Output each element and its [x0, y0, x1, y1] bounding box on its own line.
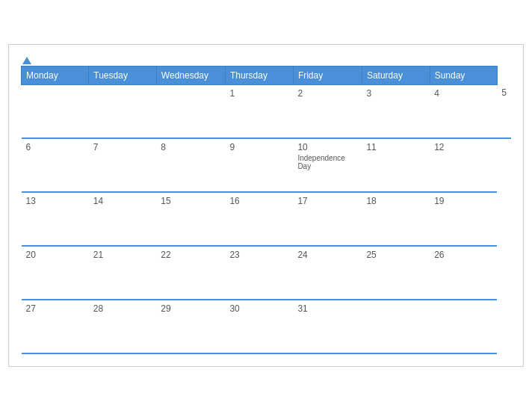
- day-number: 24: [297, 250, 357, 260]
- day-cell: 12: [430, 138, 497, 192]
- logo: [21, 57, 31, 64]
- day-cell: [362, 300, 430, 353]
- day-cell: 20: [22, 246, 89, 300]
- day-cell: 24: [293, 246, 362, 300]
- day-number: 1: [229, 88, 288, 99]
- day-header-saturday: Saturday: [362, 66, 430, 84]
- day-number: 11: [366, 142, 425, 152]
- day-number: 29: [161, 303, 220, 314]
- week-row-2: 678910Independence Day1112: [22, 138, 512, 192]
- week-row-5: 2728293031: [22, 300, 512, 353]
- event-label: Independence Day: [297, 154, 357, 170]
- calendar-table: MondayTuesdayWednesdayThursdayFridaySatu…: [21, 66, 511, 355]
- day-cell: 25: [362, 246, 430, 300]
- day-cell: 8: [156, 138, 225, 192]
- day-cell: 23: [225, 246, 293, 300]
- day-number: 13: [26, 196, 84, 206]
- day-number: 25: [366, 250, 425, 260]
- day-cell: 28: [89, 300, 157, 353]
- logo-triangle-icon: [22, 57, 31, 64]
- day-number: 5: [501, 87, 507, 98]
- day-cell: 11: [362, 138, 430, 192]
- day-number: 2: [297, 88, 357, 99]
- day-number: 28: [93, 303, 152, 314]
- day-cell: 9: [225, 138, 293, 192]
- day-number: 17: [297, 196, 357, 206]
- day-cell: 1: [225, 84, 293, 138]
- day-cell: [22, 84, 89, 138]
- day-cell: [430, 300, 497, 353]
- day-header-sunday: Sunday: [430, 66, 497, 84]
- day-cell: 29: [156, 300, 225, 353]
- day-cell: 26: [430, 246, 497, 300]
- day-cell: 13: [22, 192, 89, 246]
- week-row-1: 12345: [22, 84, 512, 138]
- day-cell: 18: [362, 192, 430, 246]
- week-row-4: 20212223242526: [22, 246, 512, 300]
- day-number: 18: [366, 196, 425, 206]
- day-number: 15: [161, 196, 220, 206]
- day-number: 22: [161, 250, 220, 260]
- day-number: 9: [229, 142, 288, 152]
- day-number: 10: [297, 142, 357, 152]
- week-row-3: 13141516171819: [22, 192, 512, 246]
- day-cell: 27: [22, 300, 89, 353]
- day-number: 7: [93, 142, 152, 152]
- day-cell: 30: [225, 300, 293, 353]
- day-number: 8: [161, 142, 220, 152]
- day-number: 27: [26, 303, 84, 314]
- day-number: 3: [366, 88, 425, 99]
- day-header-tuesday: Tuesday: [89, 66, 157, 84]
- day-number: 14: [93, 196, 152, 206]
- day-cell: 16: [225, 192, 293, 246]
- day-cell: 3: [362, 84, 430, 138]
- day-cell: 5: [497, 84, 511, 138]
- day-number: 4: [434, 88, 492, 99]
- day-cell: [89, 84, 157, 138]
- day-cell: [156, 84, 225, 138]
- day-number: 21: [93, 250, 152, 260]
- day-header-monday: Monday: [22, 66, 89, 84]
- day-header-wednesday: Wednesday: [156, 66, 225, 84]
- day-cell: 14: [89, 192, 157, 246]
- day-cell: 4: [430, 84, 497, 138]
- day-cell: 2: [293, 84, 362, 138]
- day-cell: 19: [430, 192, 497, 246]
- calendar-container: MondayTuesdayWednesdayThursdayFridaySatu…: [8, 44, 524, 368]
- day-cell: 22: [156, 246, 225, 300]
- day-number: 6: [26, 142, 84, 152]
- day-number: 31: [297, 303, 357, 314]
- day-number: 26: [434, 250, 492, 260]
- day-cell: 10Independence Day: [293, 138, 362, 192]
- day-number: 30: [229, 303, 288, 314]
- day-cell: 6: [22, 138, 89, 192]
- day-cell: 21: [89, 246, 157, 300]
- day-number: 20: [26, 250, 84, 260]
- day-number: 23: [229, 250, 288, 260]
- day-number: 19: [434, 196, 492, 206]
- day-number: 12: [434, 142, 492, 152]
- day-number: 16: [229, 196, 288, 206]
- day-cell: 15: [156, 192, 225, 246]
- day-header-thursday: Thursday: [225, 66, 293, 84]
- day-cell: 7: [89, 138, 157, 192]
- days-header-row: MondayTuesdayWednesdayThursdayFridaySatu…: [22, 66, 512, 84]
- day-cell: 31: [293, 300, 362, 353]
- day-cell: 17: [293, 192, 362, 246]
- day-header-friday: Friday: [293, 66, 362, 84]
